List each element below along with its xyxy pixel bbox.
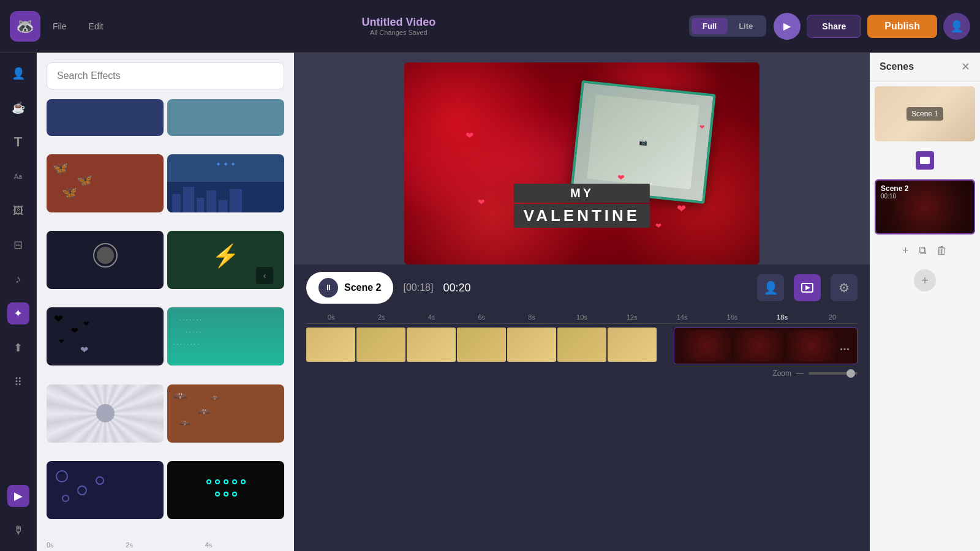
zoom-handle[interactable] (846, 369, 855, 378)
add-scene-button[interactable]: + (914, 269, 936, 291)
duplicate-scene-button[interactable]: ⧉ (919, 244, 927, 257)
sidebar-item-text[interactable]: T (7, 131, 29, 153)
person-icon[interactable]: 👤 (757, 274, 784, 301)
zoom-minus[interactable]: — (796, 369, 804, 378)
effect-item-partial2[interactable] (167, 99, 284, 136)
timeline-ruler: 0s 2s 4s 6s 8s 10s 12s 14s 16s 18s 20 (306, 311, 858, 324)
effect-item-bats[interactable]: 🦇 🦇 🦇 🦇 (167, 384, 284, 443)
nav-edit[interactable]: Edit (84, 19, 108, 34)
scene2-track[interactable]: ... (674, 328, 858, 364)
timeline-thumb-3 (407, 328, 456, 362)
butterfly-emoji2: 🦋 (77, 173, 92, 187)
effect-item-moon[interactable] (47, 231, 164, 289)
mode-lite-button[interactable]: Lite (728, 18, 764, 34)
header-title-area: Untitled Video All Changes Saved (116, 16, 682, 36)
playback-icons: 👤 ⚙ (757, 274, 858, 301)
butterfly-emoji1: 🦋 (53, 160, 68, 175)
publish-button[interactable]: Publish (867, 15, 937, 38)
video-canvas: 📷 ❤ ❤ ❤ ❤ ❤ ❤ ❤ MY VALENTINE (404, 62, 760, 264)
pause-icon: ⏸ (325, 283, 332, 292)
scenes-title: Scenes (880, 61, 914, 72)
effect-item-bubbles[interactable] (47, 461, 164, 519)
ruler-2s: 2s (126, 541, 205, 549)
timeline-track[interactable]: ... (306, 328, 858, 364)
share-button[interactable]: Share (807, 15, 861, 38)
canvas-title: MY VALENTINE (514, 184, 650, 228)
scenes-panel: Scenes ✕ Scene 1 Scene 2 00:10 + (870, 53, 980, 551)
effect-item-hearts[interactable]: ❤ ❤ ❤ ❤ ❤ (47, 307, 164, 365)
select-icon (920, 157, 930, 164)
scene1-select-indicator[interactable] (916, 151, 934, 170)
tick-10s: 10s (557, 313, 607, 321)
tick-12s: 12s (607, 313, 657, 321)
pause-button[interactable]: ⏸ (318, 278, 338, 298)
nav-file[interactable]: File (48, 19, 72, 34)
settings-icon[interactable]: ⚙ (831, 274, 858, 301)
time-total: 00:20 (443, 282, 470, 294)
effect-item-butterflies[interactable]: 🦋 🦋 🦋 (47, 154, 164, 212)
sidebar-item-video-editor[interactable]: ▶ (7, 485, 29, 507)
scene2-thumb (682, 330, 731, 362)
sidebar-item-upload[interactable]: ⬆ (7, 337, 29, 359)
mode-toggle: Full Lite (689, 15, 766, 37)
scene1-select-row (870, 146, 980, 174)
tick-0s: 0s (306, 313, 356, 321)
tick-20: 20 (807, 313, 858, 321)
video-title: Untitled Video (116, 16, 682, 29)
sidebar-item-layouts[interactable]: ⊟ (7, 234, 29, 256)
preview-play-button[interactable]: ▶ (774, 13, 801, 40)
playback-controls: ⏸ Scene 2 [00:18] 00:20 👤 ⚙ (294, 264, 870, 311)
scenes-close-button[interactable]: ✕ (961, 60, 970, 73)
tick-2s: 2s (356, 313, 407, 321)
ruler-4s: 4s (205, 541, 284, 549)
panel-collapse-button[interactable]: ‹ (256, 267, 273, 284)
delete-scene-button[interactable]: 🗑 (937, 244, 948, 257)
tick-8s: 8s (507, 313, 557, 321)
scene1-label: Scene 1 (907, 107, 943, 121)
tick-18s: 18s (757, 313, 807, 321)
sidebar-item-effects[interactable]: ✦ (7, 302, 29, 324)
tick-4s: 4s (407, 313, 457, 321)
effects-panel: 🦋 🦋 🦋 ✦ ✦ ✦ (37, 53, 294, 551)
effect-item-teal[interactable]: · · · · · · · · · · · · · · · · · · · · (167, 307, 284, 365)
svg-marker-1 (805, 285, 810, 290)
mode-full-button[interactable]: Full (692, 18, 728, 34)
scene-name-label: Scene 2 (344, 282, 381, 293)
zoom-track[interactable] (809, 372, 858, 375)
scene2-item[interactable]: Scene 2 00:10 (870, 174, 980, 239)
effect-item-partial1[interactable] (47, 99, 164, 136)
sidebar-item-fonts[interactable]: Aa (7, 165, 29, 187)
heart-2: ❤ (478, 197, 485, 207)
effect-item-radiate[interactable] (47, 384, 164, 443)
film-reel-button[interactable] (794, 274, 821, 301)
heart-4: ❤ (617, 173, 625, 182)
timeline-area: 0s 2s 4s 6s 8s 10s 12s 14s 16s 18s 20 (294, 311, 870, 551)
scene1-track[interactable] (306, 328, 674, 364)
sidebar-item-profile[interactable]: 👤 (7, 62, 29, 84)
sidebar-item-record[interactable]: 🎙 (7, 519, 29, 541)
search-effects-input[interactable] (47, 62, 284, 89)
scene2-duration: 00:10 (881, 193, 896, 200)
add-scene-row: + (870, 262, 980, 299)
effect-item-dark[interactable] (167, 461, 284, 519)
user-avatar[interactable]: 👤 (943, 13, 970, 40)
scene1-item[interactable]: Scene 1 (870, 81, 980, 146)
scene1-thumbnail: Scene 1 (875, 86, 975, 141)
timeline-thumb-2 (356, 328, 405, 362)
header: 🦝 File Edit Untitled Video All Changes S… (0, 0, 980, 53)
add-scene-element-button[interactable]: + (902, 244, 909, 257)
heart-5: ❤ (655, 222, 662, 230)
scene2-actions: + ⧉ 🗑 (870, 239, 980, 262)
app-logo[interactable]: 🦝 (10, 11, 40, 42)
sidebar-item-media[interactable]: ☕ (7, 97, 29, 119)
effect-item-city[interactable]: ✦ ✦ ✦ (167, 154, 284, 212)
heart-7: ❤ (677, 202, 686, 216)
timeline-thumb-7 (608, 328, 657, 362)
sidebar-item-audio[interactable]: ♪ (7, 268, 29, 290)
avatar-icon: 👤 (950, 20, 963, 33)
heart-1: ❤ (466, 130, 473, 141)
zoom-row: Zoom — (306, 369, 858, 378)
sidebar-item-more[interactable]: ⠿ (7, 371, 29, 393)
sidebar-item-images[interactable]: 🖼 (7, 200, 29, 222)
scene-playback-button[interactable]: ⏸ Scene 2 (306, 272, 393, 304)
